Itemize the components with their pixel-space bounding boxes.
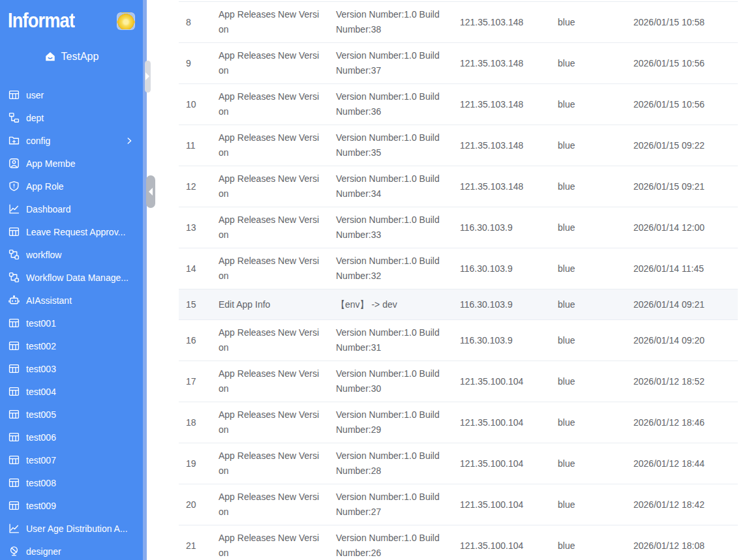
table-row[interactable]: 20 App Releases New Version Version Numb… (179, 484, 738, 525)
cell-ip: 116.30.103.9 (453, 215, 551, 241)
sidebar-menu-item[interactable]: test004 (0, 380, 143, 403)
table-row[interactable]: 16 App Releases New Version Version Numb… (179, 320, 738, 361)
sidebar-menu-item[interactable]: test001 (0, 312, 143, 334)
cell-color: blue (551, 51, 626, 76)
cell-time: 2026/01/15 10:56 (626, 92, 738, 117)
table-row[interactable]: 10 App Releases New Version Version Numb… (179, 84, 738, 125)
cell-detail: Version Number:1.0 Build Number:35 (329, 125, 453, 166)
sidebar-item-label: test004 (26, 387, 134, 397)
workspace-selector[interactable]: TestApp (0, 48, 143, 65)
cell-action: App Releases New Version (211, 125, 329, 166)
table-row[interactable]: 19 App Releases New Version Version Numb… (179, 443, 738, 484)
cell-action: App Releases New Version (211, 402, 329, 443)
sidebar-menu-item[interactable]: Workflow Data Manage... (0, 266, 143, 289)
workspace-name: TestApp (61, 51, 99, 63)
cell-detail: Version Number:1.0 Build Number:32 (329, 248, 453, 289)
sidebar-header: Informat (8, 8, 135, 34)
cell-action: App Releases New Version (211, 2, 329, 42)
table-row[interactable]: 8 App Releases New Version Version Numbe… (179, 2, 738, 43)
table-icon (8, 500, 20, 511)
cell-detail: Version Number:1.0 Build Number:28 (329, 443, 453, 484)
sidebar-menu-item[interactable]: test005 (0, 403, 143, 426)
cell-ip: 121.35.103.148 (453, 10, 551, 35)
sidebar-menu-item[interactable]: test003 (0, 357, 143, 380)
sidebar-menu-item[interactable]: App Membe (0, 152, 143, 175)
cell-detail: Version Number:1.0 Build Number:36 (329, 84, 453, 125)
table-icon (8, 432, 20, 443)
sidebar-menu-item[interactable]: AIAssistant (0, 289, 143, 312)
sidebar-item-label: test003 (26, 364, 134, 374)
workflow-icon (8, 272, 20, 283)
tree-icon (8, 112, 20, 123)
cell-detail: 【env】 -> dev (329, 292, 453, 317)
cell-detail: Version Number:1.0 Build Number:29 (329, 402, 453, 443)
cell-ip: 121.35.100.104 (453, 451, 551, 477)
sidebar-item-label: test005 (26, 409, 134, 420)
cell-action: App Releases New Version (211, 320, 329, 361)
sidebar-menu-item[interactable]: designer (0, 540, 143, 560)
table-row[interactable]: 11 App Releases New Version Version Numb… (179, 125, 738, 166)
sidebar-scrollbar-thumb[interactable] (145, 61, 151, 93)
sidebar-menu-item[interactable]: dept (0, 106, 143, 129)
cell-time: 2026/01/15 09:22 (626, 133, 738, 158)
cell-color: blue (551, 533, 626, 559)
sidebar-menu-item[interactable]: config (0, 129, 143, 152)
sidebar-item-label: test008 (26, 478, 134, 488)
cell-ip: 121.35.103.148 (453, 133, 551, 158)
table-icon (8, 477, 20, 488)
sidebar-menu-item[interactable]: test009 (0, 494, 143, 517)
table-row[interactable]: 12 App Releases New Version Version Numb… (179, 166, 738, 207)
cell-ip: 121.35.100.104 (453, 369, 551, 394)
sidebar-item-label: AIAssistant (26, 295, 134, 306)
cell-ip: 121.35.103.148 (453, 174, 551, 199)
lemon-avatar (117, 12, 135, 30)
cell-detail: Version Number:1.0 Build Number:34 (329, 166, 453, 207)
table-row[interactable]: 21 App Releases New Version Version Numb… (179, 525, 738, 560)
cell-detail: Version Number:1.0 Build Number:33 (329, 207, 453, 248)
sidebar-menu-item[interactable]: test007 (0, 449, 143, 471)
sidebar-menu-item[interactable]: workflow (0, 243, 143, 266)
sidebar-collapse-handle[interactable] (146, 175, 155, 208)
sidebar-menu-item[interactable]: test006 (0, 426, 143, 449)
table-row[interactable]: 9 App Releases New Version Version Numbe… (179, 43, 738, 84)
table-icon (8, 363, 20, 374)
trend-icon (8, 523, 20, 534)
sidebar-menu-item[interactable]: user (0, 83, 143, 106)
sidebar-item-label: test007 (26, 455, 134, 465)
sidebar-item-label: App Role (26, 181, 134, 192)
sidebar-menu-item[interactable]: App Role (0, 175, 143, 198)
table-row[interactable]: 13 App Releases New Version Version Numb… (179, 207, 738, 248)
sidebar-item-label: Dashboard (26, 204, 134, 214)
cell-detail: Version Number:1.0 Build Number:31 (329, 320, 453, 361)
sidebar-item-label: test001 (26, 318, 134, 329)
sidebar-item-label: user (26, 90, 134, 100)
sidebar-menu-item[interactable]: User Age Distribution A... (0, 517, 143, 540)
table-icon (8, 89, 20, 100)
sidebar-item-label: designer (26, 546, 134, 557)
cell-time: 2026/01/15 09:21 (626, 174, 738, 199)
workflow-icon (8, 249, 20, 260)
sidebar-menu-item[interactable]: Dashboard (0, 198, 143, 220)
cell-color: blue (551, 174, 626, 199)
cell-ip: 121.35.100.104 (453, 410, 551, 435)
sidebar-menu-item[interactable]: test002 (0, 334, 143, 357)
table-row[interactable]: 17 App Releases New Version Version Numb… (179, 361, 738, 402)
cell-color: blue (551, 133, 626, 158)
trend-icon (8, 203, 20, 214)
cell-time: 2026/01/12 18:08 (626, 533, 738, 559)
chevron-right-icon (145, 72, 149, 80)
sidebar-menu-item[interactable]: test008 (0, 471, 143, 494)
table-row[interactable]: 18 App Releases New Version Version Numb… (179, 402, 738, 443)
cell-ip: 116.30.103.9 (453, 256, 551, 282)
sidebar-menu-item[interactable]: Leave Request Approv... (0, 220, 143, 243)
table-row[interactable]: 15 Edit App Info 【env】 -> dev 116.30.103… (179, 289, 738, 320)
cell-detail: Version Number:1.0 Build Number:37 (329, 43, 453, 83)
chevron-right-icon (125, 136, 134, 145)
sidebar-item-label: Workflow Data Manage... (26, 273, 134, 283)
cell-index: 8 (179, 10, 211, 35)
cell-time: 2026/01/14 11:45 (626, 256, 738, 282)
table-row[interactable]: 14 App Releases New Version Version Numb… (179, 248, 738, 289)
cell-action: App Releases New Version (211, 443, 329, 484)
folder-plus-icon (8, 135, 20, 146)
app-logo: Informat (8, 9, 74, 33)
